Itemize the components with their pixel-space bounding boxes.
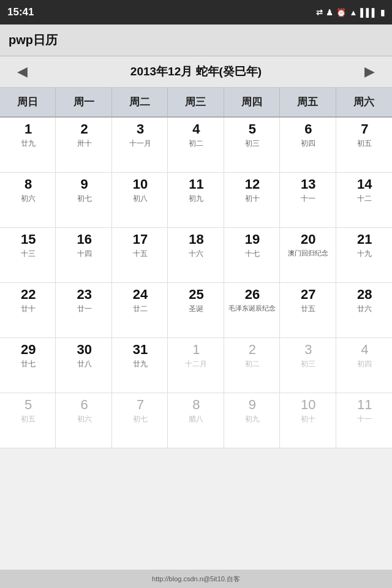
- day-number: 17: [133, 232, 148, 247]
- day-cell[interactable]: 9初九: [224, 393, 280, 448]
- day-cell[interactable]: 2初二: [224, 338, 280, 393]
- day-cell[interactable]: 12初十: [224, 173, 280, 228]
- day-cell[interactable]: 14十二: [336, 173, 392, 228]
- day-lunar: 初十: [245, 194, 260, 204]
- calendar: ◀ 2013年12月 蛇年(癸巳年) ▶ 周日周一周二周三周四周五周六 1廿九2…: [0, 56, 392, 448]
- day-cell[interactable]: 2卅十: [56, 118, 111, 173]
- day-lunar: 廿九: [133, 359, 148, 369]
- day-lunar: 初十: [301, 414, 315, 424]
- day-cell[interactable]: 25圣诞: [168, 283, 224, 338]
- day-number: 27: [301, 287, 315, 303]
- day-number: 8: [24, 176, 32, 192]
- day-cell[interactable]: 5初五: [0, 393, 56, 448]
- day-lunar: 腊八: [189, 414, 203, 424]
- signal-icon: ▌▌▌: [360, 8, 377, 17]
- prev-month-button[interactable]: ◀: [11, 64, 34, 80]
- day-cell[interactable]: 6初六: [56, 393, 111, 448]
- day-number: 22: [21, 287, 36, 303]
- weekday-header: 周日周一周二周三周四周五周六: [0, 88, 392, 118]
- day-cell[interactable]: 26毛泽东诞辰纪念: [224, 283, 280, 338]
- url-bar: http://blog.csdn.n@5it10.自客: [0, 570, 392, 588]
- day-cell[interactable]: 3初三: [280, 338, 336, 393]
- day-cell[interactable]: 31廿九: [112, 338, 168, 393]
- day-cell[interactable]: 22廿十: [0, 283, 56, 338]
- weekday-cell: 周日: [0, 88, 56, 116]
- day-cell[interactable]: 1十二月: [168, 338, 224, 393]
- day-lunar: 廿五: [301, 304, 315, 314]
- day-number: 3: [304, 342, 312, 358]
- day-number: 13: [301, 176, 315, 192]
- day-cell[interactable]: 7初七: [112, 393, 168, 448]
- day-cell[interactable]: 16十四: [56, 228, 111, 283]
- status-time: 15:41: [7, 6, 34, 18]
- day-cell[interactable]: 10初十: [280, 393, 336, 448]
- day-cell[interactable]: 1廿九: [0, 118, 56, 173]
- day-number: 1: [24, 121, 32, 137]
- day-cell[interactable]: 24廿二: [112, 283, 168, 338]
- day-cell[interactable]: 15十三: [0, 228, 56, 283]
- day-cell[interactable]: 9初七: [56, 173, 111, 228]
- day-lunar: 圣诞: [189, 304, 203, 314]
- weekday-cell: 周四: [224, 88, 280, 116]
- day-cell[interactable]: 17十五: [112, 228, 168, 283]
- day-number: 10: [301, 397, 315, 413]
- day-lunar: 初六: [77, 414, 92, 424]
- battery-icon: ▮: [380, 8, 385, 17]
- day-cell[interactable]: 23廿一: [56, 283, 111, 338]
- day-cell[interactable]: 6初四: [280, 118, 336, 173]
- day-cell[interactable]: 8腊八: [168, 393, 224, 448]
- day-number: 14: [357, 176, 372, 192]
- day-lunar: 廿一: [77, 304, 92, 314]
- calendar-grid: 1廿九2卅十3十一月4初二5初三6初四7初五8初六9初七10初八11初九12初十…: [0, 118, 392, 448]
- day-lunar: 廿六: [357, 304, 372, 314]
- day-number: 7: [361, 121, 368, 137]
- day-number: 19: [245, 232, 260, 247]
- day-cell[interactable]: 3十一月: [112, 118, 168, 173]
- day-lunar: 初三: [245, 138, 260, 149]
- day-cell[interactable]: 13十一: [280, 173, 336, 228]
- user-icon: ♟: [326, 8, 333, 17]
- next-month-button[interactable]: ▶: [358, 64, 381, 80]
- day-cell[interactable]: 4初二: [168, 118, 224, 173]
- day-lunar: 十六: [189, 249, 203, 259]
- day-lunar: 廿七: [21, 359, 36, 369]
- day-cell[interactable]: 8初六: [0, 173, 56, 228]
- day-cell[interactable]: 21十九: [336, 228, 392, 283]
- day-cell[interactable]: 11初九: [168, 173, 224, 228]
- day-number: 2: [81, 121, 88, 137]
- day-lunar: 十一: [357, 414, 372, 424]
- day-lunar: 十七: [245, 249, 260, 259]
- day-lunar: 初四: [357, 359, 372, 369]
- month-nav: ◀ 2013年12月 蛇年(癸巳年) ▶: [0, 56, 392, 88]
- day-cell[interactable]: 11十一: [336, 393, 392, 448]
- day-number: 2: [249, 342, 256, 358]
- day-number: 5: [24, 397, 32, 413]
- day-cell[interactable]: 4初四: [336, 338, 392, 393]
- day-cell[interactable]: 7初五: [336, 118, 392, 173]
- weekday-cell: 周三: [168, 88, 224, 116]
- day-cell[interactable]: 29廿七: [0, 338, 56, 393]
- day-number: 5: [249, 121, 256, 137]
- day-cell[interactable]: 10初八: [112, 173, 168, 228]
- day-lunar: 廿二: [133, 304, 148, 314]
- day-number: 8: [192, 397, 200, 413]
- day-number: 23: [77, 287, 91, 303]
- day-lunar: 初四: [301, 138, 315, 149]
- app-bar: pwp日历: [0, 24, 392, 56]
- weekday-cell: 周五: [280, 88, 336, 116]
- day-event: 毛泽东诞辰纪念: [228, 304, 276, 312]
- day-lunar: 初二: [245, 359, 260, 369]
- day-number: 6: [304, 121, 312, 137]
- day-lunar: 十二月: [185, 359, 207, 369]
- day-number: 30: [77, 342, 91, 358]
- day-lunar: 初六: [21, 194, 36, 204]
- day-lunar: 廿九: [21, 138, 36, 149]
- day-cell[interactable]: 27廿五: [280, 283, 336, 338]
- day-cell[interactable]: 19十七: [224, 228, 280, 283]
- day-cell[interactable]: 20澳门回归纪念: [280, 228, 336, 283]
- day-cell[interactable]: 5初三: [224, 118, 280, 173]
- day-number: 31: [133, 342, 148, 358]
- day-cell[interactable]: 28廿六: [336, 283, 392, 338]
- day-cell[interactable]: 30廿八: [56, 338, 111, 393]
- day-cell[interactable]: 18十六: [168, 228, 224, 283]
